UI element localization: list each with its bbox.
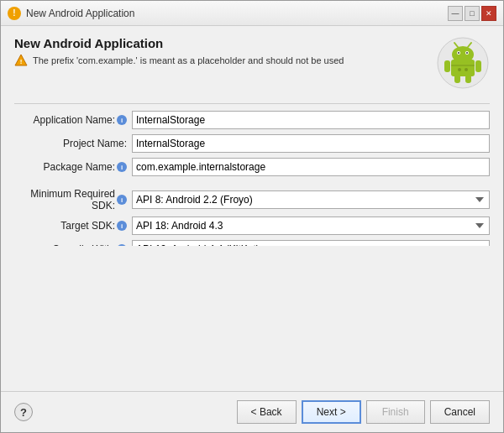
maximize-button[interactable]: □ bbox=[465, 6, 480, 21]
bottom-area bbox=[14, 246, 490, 381]
cancel-button[interactable]: Cancel bbox=[430, 400, 490, 424]
target-sdk-label: Target SDK: i bbox=[14, 220, 132, 232]
compile-with-row: Compile With: i API 19: Android 4.4 (Kit… bbox=[14, 240, 490, 246]
footer-buttons: < Back Next > Finish Cancel bbox=[237, 400, 490, 424]
main-content: New Android Application ! The prefix 'co… bbox=[1, 26, 503, 391]
svg-point-8 bbox=[466, 52, 468, 54]
minimize-button[interactable]: — bbox=[448, 6, 463, 21]
min-sdk-row: Minimum Required SDK: i API 8: Android 2… bbox=[14, 188, 490, 211]
project-name-label: Project Name: bbox=[14, 138, 132, 149]
min-sdk-label: Minimum Required SDK: i bbox=[14, 188, 132, 211]
project-name-input[interactable] bbox=[132, 134, 490, 153]
warning-row: ! The prefix 'com.example.' is meant as … bbox=[14, 54, 436, 67]
app-name-label: Application Name: i bbox=[14, 114, 132, 126]
finish-button[interactable]: Finish bbox=[366, 400, 425, 424]
page-header: New Android Application ! The prefix 'co… bbox=[14, 36, 490, 90]
package-name-info-icon[interactable]: i bbox=[117, 162, 127, 172]
svg-point-16 bbox=[458, 68, 461, 71]
page-header-left: New Android Application ! The prefix 'co… bbox=[14, 36, 436, 67]
warning-icon: ! bbox=[14, 54, 28, 67]
close-button[interactable]: ✕ bbox=[481, 6, 496, 21]
target-sdk-info-icon[interactable]: i bbox=[117, 221, 127, 231]
help-button[interactable]: ? bbox=[14, 403, 33, 421]
app-name-input[interactable] bbox=[132, 111, 490, 129]
svg-point-7 bbox=[458, 52, 459, 54]
android-logo bbox=[436, 36, 490, 90]
window-title: New Android Application bbox=[26, 8, 134, 19]
svg-rect-13 bbox=[454, 75, 460, 83]
project-name-row: Project Name: bbox=[14, 134, 490, 153]
window-controls: — □ ✕ bbox=[448, 6, 496, 21]
title-bar-left: ! New Android Application bbox=[8, 7, 134, 20]
svg-point-4 bbox=[452, 46, 474, 63]
svg-text:!: ! bbox=[20, 58, 23, 65]
package-name-label: Package Name: i bbox=[14, 161, 132, 173]
form-section: Application Name: i Project Name: Packag… bbox=[14, 111, 490, 246]
next-button[interactable]: Next > bbox=[302, 400, 361, 424]
min-sdk-select[interactable]: API 8: Android 2.2 (Froyo) bbox=[132, 190, 490, 209]
footer-left: ? bbox=[14, 403, 33, 421]
warning-text: The prefix 'com.example.' is meant as a … bbox=[33, 55, 344, 65]
compile-with-select[interactable]: API 19: Android 4.4 (KitKat) bbox=[132, 240, 490, 246]
app-name-row: Application Name: i bbox=[14, 111, 490, 129]
main-window: ! New Android Application — □ ✕ New Andr… bbox=[0, 0, 504, 433]
page-title: New Android Application bbox=[14, 36, 436, 50]
svg-rect-14 bbox=[465, 75, 471, 83]
min-sdk-info-icon[interactable]: i bbox=[117, 195, 127, 205]
title-bar: ! New Android Application — □ ✕ bbox=[1, 1, 503, 26]
svg-rect-11 bbox=[444, 60, 450, 72]
svg-rect-12 bbox=[475, 60, 481, 72]
svg-point-17 bbox=[465, 68, 468, 71]
package-name-input[interactable] bbox=[132, 158, 490, 176]
app-icon: ! bbox=[8, 7, 21, 20]
header-divider bbox=[14, 103, 490, 104]
target-sdk-row: Target SDK: i API 18: Android 4.3 bbox=[14, 216, 490, 235]
footer: ? < Back Next > Finish Cancel bbox=[1, 391, 503, 432]
target-sdk-select[interactable]: API 18: Android 4.3 bbox=[132, 216, 490, 235]
package-name-row: Package Name: i bbox=[14, 158, 490, 176]
app-name-info-icon[interactable]: i bbox=[117, 115, 127, 125]
back-button[interactable]: < Back bbox=[237, 400, 297, 424]
